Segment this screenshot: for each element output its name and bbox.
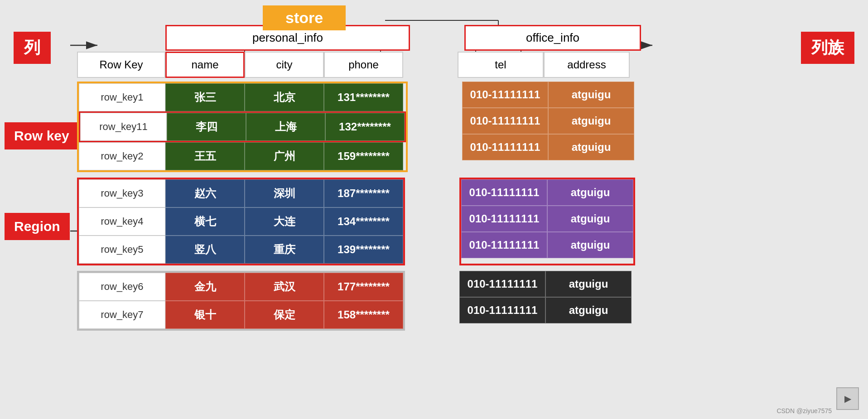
phone-cell: 177********	[324, 273, 403, 301]
table-row: row_key5 竖八 重庆 139********	[79, 236, 403, 264]
main-table-area: personal_info office_info Row Key name c…	[77, 25, 793, 331]
table-row: row_key3 赵六 深圳 187********	[79, 179, 403, 207]
table-row: 010-11111111 atguigu	[459, 297, 632, 323]
table-row: 010-11111111 atguigu	[461, 179, 633, 206]
address-cell: atguigu	[545, 271, 632, 297]
section-2-left: row_key3 赵六 深圳 187******** row_key4 横七 大…	[77, 178, 405, 265]
section-1-left: row_key1 张三 北京 131******** row_key11 李四 …	[77, 82, 408, 172]
phone-cell: 134********	[324, 207, 403, 236]
section-2: row_key3 赵六 深圳 187******** row_key4 横七 大…	[77, 178, 793, 265]
address-cell: atguigu	[548, 82, 634, 108]
table-row: row_key6 金九 武汉 177********	[79, 273, 403, 301]
rowkey-cell: row_key3	[79, 179, 165, 207]
section-2-right: 010-11111111 atguigu 010-11111111 atguig…	[459, 178, 635, 265]
name-cell: 银十	[165, 301, 245, 329]
tel-cell: 010-11111111	[461, 206, 547, 232]
play-button[interactable]: ▶	[836, 387, 859, 410]
phone-cell: 131********	[324, 83, 403, 111]
address-cell: atguigu	[545, 297, 632, 323]
canvas: store 列 列族	[0, 0, 868, 419]
rowkey-cell: row_key4	[79, 207, 165, 236]
name-cell: 横七	[165, 207, 245, 236]
table-row: 010-11111111 atguigu	[462, 82, 634, 108]
city-cell: 重庆	[245, 236, 324, 264]
table-row: 010-11111111 atguigu	[462, 108, 634, 134]
address-cell: atguigu	[547, 206, 633, 232]
tel-cell: 010-11111111	[459, 271, 545, 297]
tel-cell: 010-11111111	[462, 82, 548, 108]
rowkey-cell: row_key5	[79, 236, 165, 264]
city-cell: 深圳	[245, 179, 324, 207]
name-cell: 张三	[165, 83, 245, 111]
address-cell: atguigu	[548, 134, 634, 160]
city-cell: 大连	[245, 207, 324, 236]
section-1-right: 010-11111111 atguigu 010-11111111 atguig…	[462, 82, 634, 172]
address-cell: atguigu	[548, 108, 634, 134]
rowkey-cell: row_key6	[79, 273, 165, 301]
section-3-left: row_key6 金九 武汉 177******** row_key7 银十 保…	[77, 271, 405, 331]
tel-cell: 010-11111111	[461, 179, 547, 206]
city-cell: 北京	[245, 83, 324, 111]
table-row: row_key1 张三 北京 131********	[79, 83, 406, 111]
tel-cell: 010-11111111	[459, 297, 545, 323]
address-cell: atguigu	[547, 179, 633, 206]
tel-cell: 010-11111111	[462, 108, 548, 134]
name-cell: 王五	[165, 142, 245, 170]
rowkey-cell: row_key2	[79, 142, 165, 170]
rowkey-cell: row_key1	[79, 83, 165, 111]
rowkey-cell: row_key11	[80, 113, 167, 141]
tel-cell: 010-11111111	[462, 134, 548, 160]
phone-cell: 159********	[324, 142, 403, 170]
rowkey-cell: row_key7	[79, 301, 165, 329]
table-row: 010-11111111 atguigu	[462, 134, 634, 160]
table-row: row_key11 李四 上海 132********	[79, 111, 406, 142]
address-cell: atguigu	[547, 232, 633, 258]
city-cell: 保定	[245, 301, 324, 329]
store-label: store	[263, 5, 346, 30]
region-label: Region	[5, 213, 70, 240]
name-cell: 金九	[165, 273, 245, 301]
rowkey-label: Row key	[5, 122, 79, 149]
city-cell: 广州	[245, 142, 324, 170]
column-headers: Row Key name city phone tel address	[77, 52, 793, 78]
table-row: 010-11111111 atguigu	[461, 206, 633, 232]
city-header: city	[245, 52, 324, 78]
table-row: row_key4 横七 大连 134********	[79, 207, 403, 236]
office-info-box: office_info	[464, 25, 641, 51]
phone-cell: 158********	[324, 301, 403, 329]
address-header: address	[544, 52, 630, 78]
city-cell: 上海	[246, 113, 325, 141]
table-row: row_key2 王五 广州 159********	[79, 142, 406, 170]
name-cell: 赵六	[165, 179, 245, 207]
table-row: 010-11111111 atguigu	[461, 232, 633, 258]
table-row: row_key7 银十 保定 158********	[79, 301, 403, 329]
watermark: CSDN @ziyue7575	[776, 407, 832, 414]
section-3: row_key6 金九 武汉 177******** row_key7 银十 保…	[77, 271, 793, 331]
phone-cell: 187********	[324, 179, 403, 207]
section-1: row_key1 张三 北京 131******** row_key11 李四 …	[77, 82, 793, 172]
city-cell: 武汉	[245, 273, 324, 301]
tel-header: tel	[458, 52, 544, 78]
name-header: name	[165, 52, 245, 78]
name-cell: 李四	[167, 113, 246, 141]
phone-cell: 139********	[324, 236, 403, 264]
phone-header: phone	[324, 52, 403, 78]
liezu-label: 列族	[801, 32, 854, 64]
rowkey-header: Row Key	[77, 52, 165, 78]
lie-label: 列	[14, 32, 51, 64]
phone-cell: 132********	[325, 113, 405, 141]
tel-cell: 010-11111111	[461, 232, 547, 258]
section-3-right: 010-11111111 atguigu 010-11111111 atguig…	[459, 271, 632, 331]
name-cell: 竖八	[165, 236, 245, 264]
table-row: 010-11111111 atguigu	[459, 271, 632, 297]
